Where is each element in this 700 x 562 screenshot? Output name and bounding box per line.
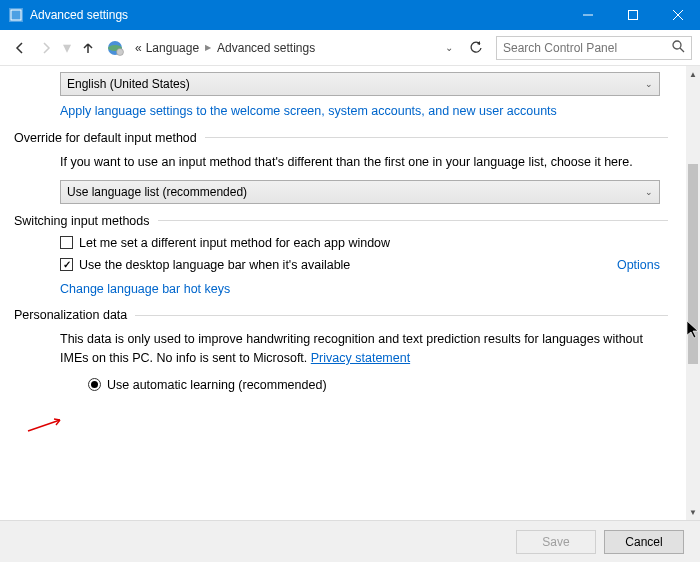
svg-line-11 (28, 420, 60, 431)
scroll-track[interactable] (686, 82, 700, 504)
breadcrumb[interactable]: « Language ▶ Advanced settings ⌄ (130, 36, 462, 60)
minimize-button[interactable] (565, 0, 610, 30)
dropdown-value: English (United States) (67, 77, 190, 91)
override-description: If you want to use an input method that'… (60, 153, 660, 172)
fade-overlay (0, 508, 686, 520)
cancel-button[interactable]: Cancel (604, 530, 684, 554)
svg-rect-3 (628, 11, 637, 20)
desktop-lang-bar-checkbox[interactable] (60, 258, 73, 271)
switching-section-header: Switching input methods (14, 214, 668, 228)
window-controls (565, 0, 700, 30)
title-bar: Advanced settings (0, 0, 700, 30)
forward-button[interactable] (34, 36, 58, 60)
divider (158, 220, 669, 221)
input-method-dropdown[interactable]: Use language list (recommended) ⌄ (60, 180, 660, 204)
scroll-up-button[interactable]: ▲ (686, 66, 700, 82)
per-app-input-checkbox[interactable] (60, 236, 73, 249)
location-icon (106, 39, 124, 57)
search-box[interactable] (496, 36, 692, 60)
svg-point-9 (673, 41, 681, 49)
scroll-thumb[interactable] (688, 164, 698, 364)
hotkeys-link[interactable]: Change language bar hot keys (60, 282, 230, 296)
radio-label[interactable]: Use automatic learning (recommended) (107, 378, 327, 392)
dropdown-value: Use language list (recommended) (67, 185, 247, 199)
svg-line-10 (680, 48, 684, 52)
breadcrumb-prefix: « (135, 41, 142, 55)
vertical-scrollbar[interactable]: ▲ ▼ (686, 66, 700, 520)
annotation-arrow-icon (26, 416, 66, 434)
section-title: Switching input methods (14, 214, 150, 228)
search-input[interactable] (503, 41, 672, 55)
checkbox-label[interactable]: Let me set a different input method for … (79, 236, 390, 250)
auto-learning-radio[interactable] (88, 378, 101, 391)
chevron-down-icon: ⌄ (645, 79, 653, 89)
chevron-down-icon: ⌄ (645, 187, 653, 197)
breadcrumb-dropdown-icon[interactable]: ⌄ (441, 42, 457, 53)
breadcrumb-current[interactable]: Advanced settings (217, 41, 315, 55)
display-language-dropdown[interactable]: English (United States) ⌄ (60, 72, 660, 96)
privacy-link[interactable]: Privacy statement (311, 351, 410, 365)
save-button[interactable]: Save (516, 530, 596, 554)
options-link[interactable]: Options (617, 258, 660, 272)
personalization-description: This data is only used to improve handwr… (60, 330, 660, 368)
bottom-button-bar: Save Cancel (0, 520, 700, 562)
close-button[interactable] (655, 0, 700, 30)
personalization-section-header: Personalization data (14, 308, 668, 322)
chevron-right-icon: ▶ (205, 43, 211, 52)
svg-point-8 (117, 48, 124, 55)
refresh-button[interactable] (464, 36, 488, 60)
breadcrumb-parent[interactable]: Language (146, 41, 199, 55)
recent-dropdown[interactable]: ▾ (60, 36, 74, 60)
section-title: Override for default input method (14, 131, 197, 145)
override-section-header: Override for default input method (14, 131, 668, 145)
maximize-button[interactable] (610, 0, 655, 30)
section-title: Personalization data (14, 308, 127, 322)
divider (205, 137, 668, 138)
checkbox-label[interactable]: Use the desktop language bar when it's a… (79, 258, 350, 272)
search-icon[interactable] (672, 40, 685, 56)
up-button[interactable] (76, 36, 100, 60)
main-content: English (United States) ⌄ Apply language… (0, 66, 686, 520)
app-icon (8, 7, 24, 23)
scroll-down-button[interactable]: ▼ (686, 504, 700, 520)
divider (135, 315, 668, 316)
back-button[interactable] (8, 36, 32, 60)
window-title: Advanced settings (30, 8, 565, 22)
apply-settings-link[interactable]: Apply language settings to the welcome s… (60, 104, 557, 118)
nav-bar: ▾ « Language ▶ Advanced settings ⌄ (0, 30, 700, 66)
